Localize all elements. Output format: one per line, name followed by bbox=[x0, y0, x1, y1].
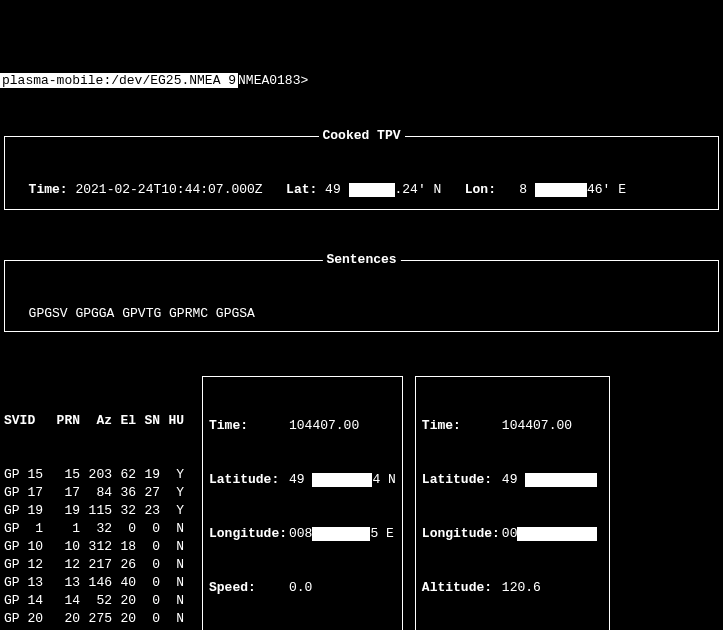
app-title: plasma-mobile:/dev/EG25.NMEA 9 bbox=[0, 73, 238, 88]
gsv-row: GP 1313146400N bbox=[4, 574, 196, 592]
sentence-types: GPGSV GPGGA GPVTG GPRMC GPGSA bbox=[29, 306, 255, 321]
title-extra: NMEA0183> bbox=[238, 73, 308, 88]
gsv-row: GP 113200N bbox=[4, 520, 196, 538]
title-bar: plasma-mobile:/dev/EG25.NMEA 9NMEA0183> bbox=[0, 72, 723, 90]
lat-suffix: .24' N bbox=[395, 182, 442, 197]
lat-label: Lat: bbox=[286, 182, 317, 197]
gsv-header: SVIDPRNAzElSNHU bbox=[4, 412, 196, 430]
rmc-panel: Time:104407.00 Latitude:49 4 N Longitude… bbox=[202, 376, 403, 630]
gsv-row: GP 15152036219Y bbox=[4, 466, 196, 484]
lat-redacted bbox=[349, 183, 395, 197]
cooked-label: Cooked TPV bbox=[318, 127, 404, 145]
gsv-table: SVIDPRNAzElSNHU GP 15152036219YGP 171784… bbox=[4, 376, 196, 630]
gsv-row: GP 2020275200N bbox=[4, 610, 196, 628]
sentences-label: Sentences bbox=[322, 251, 400, 269]
gga-panel: Time:104407.00 Latitude:49 Longitude:00 … bbox=[415, 376, 610, 630]
lat-prefix: 49 bbox=[325, 182, 348, 197]
gsv-row: GP 1212217260N bbox=[4, 556, 196, 574]
gsv-row: GP 141452200N bbox=[4, 592, 196, 610]
gsv-row: GP 1717843627Y bbox=[4, 484, 196, 502]
lon-label: Lon: bbox=[465, 182, 496, 197]
time-value: 2021-02-24T10:44:07.000Z bbox=[75, 182, 262, 197]
time-label: Time: bbox=[29, 182, 68, 197]
lon-prefix: 8 bbox=[504, 182, 535, 197]
cooked-tpv-panel: Cooked TPV Time: 2021-02-24T10:44:07.000… bbox=[4, 136, 719, 210]
gsv-row: GP 1010312180N bbox=[4, 538, 196, 556]
lon-redacted bbox=[535, 183, 587, 197]
gsv-row: GP 19191153223Y bbox=[4, 502, 196, 520]
lon-suffix: 46' E bbox=[587, 182, 626, 197]
sentences-panel: Sentences GPGSV GPGGA GPVTG GPRMC GPGSA bbox=[4, 260, 719, 332]
